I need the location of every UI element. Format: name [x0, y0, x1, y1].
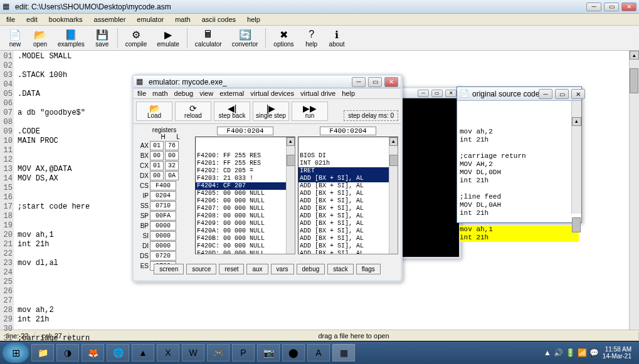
- mem-row[interactable]: F4206: 00 000 NULL: [196, 197, 295, 205]
- em-menu-virtual-drive[interactable]: virtual drive: [300, 90, 335, 97]
- taskbar-discord[interactable]: 🎮: [207, 344, 230, 361]
- source-scrollbar[interactable]: ▴: [571, 101, 581, 214]
- em-maximize-button[interactable]: ▭: [368, 77, 382, 87]
- reg-SP-input[interactable]: [150, 211, 176, 221]
- taskbar-chrome[interactable]: 🌐: [107, 344, 129, 361]
- reg-BP-input[interactable]: [150, 221, 176, 231]
- disasm-row[interactable]: ADD [BX + SI], AL: [298, 220, 398, 227]
- clock[interactable]: 11:58 AM 14-Mar-21: [603, 346, 631, 360]
- mem-row[interactable]: F4205: 00 000 NULL: [196, 190, 295, 197]
- reg-IP-input[interactable]: [150, 191, 176, 200]
- maximize-button[interactable]: ▭: [604, 3, 619, 11]
- mem-scrollbar[interactable]: ▴: [286, 137, 295, 254]
- menu-bookmarks[interactable]: bookmarks: [46, 15, 85, 24]
- disasm-row[interactable]: ADD [BX + SI], AL: [298, 190, 398, 197]
- reg-BXL-input[interactable]: [165, 151, 179, 160]
- tray-icon-1[interactable]: 🔊: [554, 348, 563, 357]
- reg-DI-input[interactable]: [150, 241, 176, 251]
- scroll-thumb[interactable]: [630, 68, 638, 93]
- disasm-row[interactable]: ADD [BX + SI], AL: [298, 235, 398, 242]
- em-aux-button[interactable]: aux: [246, 264, 268, 274]
- menu-emulator[interactable]: emulator: [134, 15, 166, 24]
- save-button[interactable]: 💾save: [90, 27, 115, 49]
- src-max-button[interactable]: ▭: [555, 89, 569, 99]
- scroll-up-icon[interactable]: ▴: [630, 51, 639, 60]
- disasm-list[interactable]: BIOS DIINT 021hIRETADD [BX + SI], ALADD …: [298, 137, 398, 254]
- em-screen-button[interactable]: screen: [154, 264, 184, 274]
- mem-row[interactable]: F420B: 00 000 NULL: [196, 235, 295, 242]
- em-vars-button[interactable]: vars: [271, 264, 294, 274]
- em-close-button[interactable]: ✕: [384, 77, 398, 87]
- menu-edit[interactable]: edit: [24, 15, 40, 24]
- open-button[interactable]: 📂open: [28, 27, 53, 49]
- disasm-row[interactable]: BIOS DI: [298, 152, 398, 160]
- tray-icon-2[interactable]: 🔋: [566, 348, 575, 357]
- disasm-address-input[interactable]: [320, 127, 376, 135]
- memory-list[interactable]: F4200: FF 255 RESF4201: FF 255 RESF4202:…: [195, 137, 295, 254]
- disasm-row[interactable]: ADD [BX + SI], AL: [298, 250, 398, 254]
- taskbar-emu8086[interactable]: ▦: [332, 344, 355, 361]
- reg-BXH-input[interactable]: [150, 151, 164, 160]
- reg-SS-input[interactable]: [150, 201, 176, 211]
- disasm-row[interactable]: ADD [BX + SI], AL: [298, 227, 398, 235]
- taskbar-camera[interactable]: 📷: [257, 344, 280, 361]
- compile-button[interactable]: ⚙compile: [120, 27, 152, 49]
- taskbar-powerpoint[interactable]: P: [232, 344, 255, 361]
- reg-DS-input[interactable]: [150, 251, 176, 261]
- em-flags-button[interactable]: flags: [356, 264, 381, 274]
- em-step-back-button[interactable]: ◀|step back: [214, 101, 250, 121]
- help-button[interactable]: ?help: [299, 27, 324, 49]
- em-single-step-button[interactable]: |▶single step: [253, 101, 289, 121]
- console-maximize-button[interactable]: ▭: [431, 90, 443, 97]
- console-minimize-button[interactable]: ─: [418, 90, 429, 97]
- em-debug-button[interactable]: debug: [297, 264, 325, 274]
- reg-AXL-input[interactable]: [165, 141, 179, 150]
- reg-DXH-input[interactable]: [150, 171, 164, 180]
- scroll-thumb[interactable]: [572, 217, 581, 232]
- mem-row[interactable]: F4201: FF 255 RES: [196, 160, 295, 167]
- mem-row[interactable]: F4209: 00 000 NULL: [196, 220, 295, 227]
- disasm-row[interactable]: ADD [BX + SI], AL: [298, 182, 398, 190]
- taskbar-start[interactable]: ⊞: [3, 343, 29, 363]
- menu-help[interactable]: help: [245, 15, 263, 24]
- em-stack-button[interactable]: stack: [327, 264, 353, 274]
- disasm-row[interactable]: ADD [BX + SI], AL: [298, 242, 398, 250]
- reg-DXL-input[interactable]: [165, 171, 179, 180]
- mem-row[interactable]: F420A: 00 000 NULL: [196, 227, 295, 235]
- options-button[interactable]: ✖options: [268, 27, 298, 49]
- disasm-row[interactable]: ADD [BX + SI], AL: [298, 175, 398, 182]
- emulator-titlebar[interactable]: ▦ emulator: mycode.exe_ ─ ▭ ✕: [134, 76, 401, 88]
- taskbar-excel[interactable]: X: [157, 344, 179, 361]
- em-minimize-button[interactable]: ─: [352, 77, 366, 87]
- minimize-button[interactable]: ─: [586, 3, 601, 11]
- src-close-button[interactable]: ✕: [571, 89, 585, 99]
- taskbar-eclipse[interactable]: ◑: [56, 344, 79, 361]
- editor-titlebar[interactable]: ▦ edit: C:\Users\SHOUMO\Desktop\mycode.a…: [0, 0, 639, 14]
- emulate-button[interactable]: ▶emulate: [152, 27, 184, 49]
- mem-row[interactable]: F420D: 00 000 NULL: [196, 250, 295, 254]
- em-load-button[interactable]: 📂Load: [136, 101, 172, 121]
- menu-math[interactable]: math: [172, 15, 193, 24]
- mem-row[interactable]: F4202: CD 205 =: [196, 167, 295, 175]
- close-button[interactable]: ✕: [621, 3, 636, 11]
- em-menu-math[interactable]: math: [152, 90, 167, 97]
- editor-scrollbar[interactable]: ▴: [629, 51, 639, 330]
- mem-row[interactable]: F4203: 21 033 !: [196, 175, 295, 182]
- taskbar-obs[interactable]: ⬤: [282, 344, 305, 361]
- em-menu-debug[interactable]: debug: [174, 90, 194, 97]
- mem-row[interactable]: F4200: FF 255 RES: [196, 152, 295, 160]
- em-reset-button[interactable]: reset: [219, 264, 244, 274]
- menu-file[interactable]: file: [4, 15, 18, 24]
- reg-CXL-input[interactable]: [165, 161, 179, 170]
- memory-address-input[interactable]: [217, 127, 273, 135]
- new-button[interactable]: 📄new: [3, 27, 28, 49]
- tray-icon-4[interactable]: 💬: [589, 348, 599, 357]
- disasm-row[interactable]: ADD [BX + SI], AL: [298, 205, 398, 212]
- disasm-row[interactable]: ADD [BX + SI], AL: [298, 212, 398, 220]
- about-button[interactable]: ℹabout: [324, 27, 350, 49]
- mem-row[interactable]: F4204: CF 207: [196, 182, 295, 190]
- reg-CS-input[interactable]: [150, 181, 176, 190]
- console-close-button[interactable]: ✕: [445, 90, 457, 97]
- disasm-row[interactable]: INT 021h: [298, 160, 398, 167]
- taskbar-explorer[interactable]: 📁: [31, 344, 54, 361]
